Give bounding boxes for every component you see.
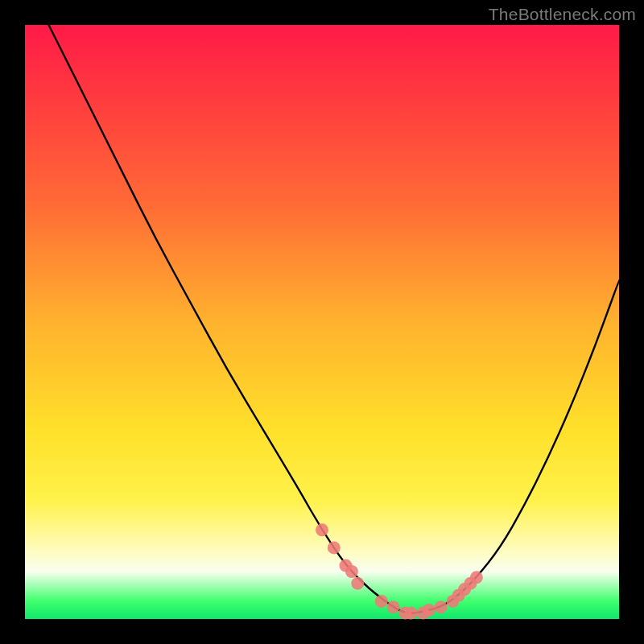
marker-dot — [345, 565, 358, 578]
curve-svg — [25, 25, 619, 619]
marker-dot — [470, 571, 483, 584]
watermark-label: TheBottleneck.com — [489, 5, 636, 24]
marker-dot — [316, 523, 328, 536]
highlight-markers — [316, 523, 483, 619]
marker-dot — [375, 595, 388, 608]
chart-frame: TheBottleneck.com — [0, 0, 644, 644]
marker-dot — [423, 604, 436, 617]
marker-dot — [405, 607, 418, 620]
marker-dot — [351, 577, 364, 590]
marker-dot — [387, 601, 400, 613]
marker-dot — [328, 541, 341, 554]
bottleneck-curve — [49, 25, 620, 613]
marker-dot — [435, 601, 448, 613]
